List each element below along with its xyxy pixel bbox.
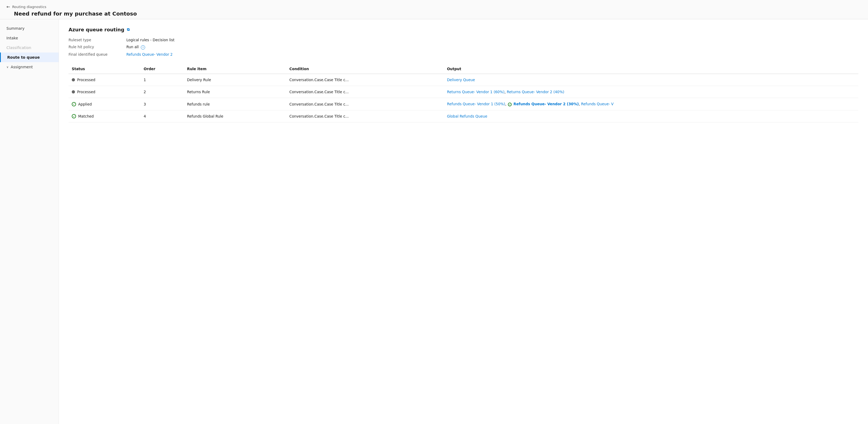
row3-rule-item: Refunds rule bbox=[184, 98, 286, 110]
ruleset-type-label: Ruleset type bbox=[68, 38, 122, 42]
row2-output: Returns Queue- Vendor 1 (60%), Returns Q… bbox=[444, 86, 858, 98]
matched-check-icon: ✓ bbox=[72, 114, 76, 118]
table-row: Processed 2 Returns Rule Conversation.Ca… bbox=[68, 86, 858, 98]
sidebar-item-route-to-queue[interactable]: Route to queue bbox=[0, 53, 59, 62]
header: ← Routing diagnostics Need refund for my… bbox=[0, 0, 868, 19]
refunds-queue-vendor1-link[interactable]: Refunds Queue- Vendor 1 (50%) bbox=[447, 102, 505, 106]
sidebar-item-classification-label: Classification bbox=[6, 46, 31, 50]
row3-status: ✓ Applied bbox=[68, 98, 141, 110]
col-order: Order bbox=[141, 64, 184, 74]
refunds-queue-vendorv-link[interactable]: Refunds Queue- V bbox=[581, 102, 614, 106]
table-row: ✓ Applied 3 Refunds rule Conversation.Ca… bbox=[68, 98, 858, 110]
applied-check-icon: ✓ bbox=[72, 102, 76, 106]
row2-status: Processed bbox=[68, 86, 141, 98]
section-title-text: Azure queue routing bbox=[68, 27, 124, 32]
row1-rule-item: Delivery Rule bbox=[184, 74, 286, 86]
sidebar: Summary Intake Classification Route to q… bbox=[0, 19, 59, 424]
row3-order: 3 bbox=[141, 98, 184, 110]
row2-order: 2 bbox=[141, 86, 184, 98]
row4-condition: Conversation.Case.Case Title c... bbox=[286, 110, 444, 122]
rules-table: Status Order Rule item Condition Output bbox=[68, 64, 858, 122]
sidebar-item-classification: Classification bbox=[0, 43, 59, 53]
refunds-check-inline-icon: ✓ bbox=[508, 102, 512, 106]
row1-order: 1 bbox=[141, 74, 184, 86]
delivery-queue-link[interactable]: Delivery Queue bbox=[447, 78, 475, 82]
rule-hit-policy-info-icon[interactable]: i bbox=[141, 45, 145, 50]
breadcrumb: ← Routing diagnostics bbox=[6, 4, 862, 9]
col-condition: Condition bbox=[286, 64, 444, 74]
row1-status: Processed bbox=[68, 74, 141, 86]
final-queue-link[interactable]: Refunds Queue- Vendor 2 bbox=[126, 52, 173, 57]
sidebar-item-summary[interactable]: Summary bbox=[0, 24, 59, 33]
back-button[interactable]: ← bbox=[6, 4, 10, 9]
row3-output: Refunds Queue- Vendor 1 (50%), ✓ Refunds… bbox=[444, 98, 858, 110]
chevron-down-icon: ∨ bbox=[6, 65, 8, 69]
processed-dot-icon bbox=[72, 78, 75, 82]
info-grid: Ruleset type Logical rules - Decision li… bbox=[68, 38, 858, 57]
rule-hit-policy-label: Rule hit policy bbox=[68, 45, 122, 50]
rule-hit-policy-value: Run all i bbox=[126, 45, 858, 50]
global-refunds-queue-link[interactable]: Global Refunds Queue bbox=[447, 114, 487, 118]
row4-output: Global Refunds Queue bbox=[444, 110, 858, 122]
final-queue-label: Final identified queue bbox=[68, 52, 122, 57]
final-queue-value: Refunds Queue- Vendor 2 bbox=[126, 52, 858, 57]
page-title: Need refund for my purchase at Contoso bbox=[14, 10, 862, 17]
processed-dot-icon-2 bbox=[72, 90, 75, 93]
row4-status: ✓ Matched bbox=[68, 110, 141, 122]
sidebar-item-intake[interactable]: Intake bbox=[0, 33, 59, 43]
row2-condition: Conversation.Case.Case Title c... bbox=[286, 86, 444, 98]
table-header-row: Status Order Rule item Condition Output bbox=[68, 64, 858, 74]
app-container: ← Routing diagnostics Need refund for my… bbox=[0, 0, 868, 424]
col-rule-item: Rule item bbox=[184, 64, 286, 74]
sidebar-item-intake-label: Intake bbox=[6, 36, 18, 40]
row3-condition: Conversation.Case.Case Title c... bbox=[286, 98, 444, 110]
content-area: Azure queue routing ⧉ Ruleset type Logic… bbox=[59, 19, 868, 424]
ruleset-type-value: Logical rules - Decision list bbox=[126, 38, 858, 42]
col-status: Status bbox=[68, 64, 141, 74]
sidebar-item-assignment[interactable]: ∨ Assignment bbox=[0, 62, 59, 72]
section-title: Azure queue routing ⧉ bbox=[68, 27, 858, 32]
sidebar-item-route-label: Route to queue bbox=[7, 55, 40, 59]
returns-queue-vendor2-link[interactable]: Returns Queue- Vendor 2 (40%) bbox=[507, 90, 564, 94]
returns-queue-vendor1-link[interactable]: Returns Queue- Vendor 1 (60%) bbox=[447, 90, 504, 94]
row2-rule-item: Returns Rule bbox=[184, 86, 286, 98]
row4-rule-item: Refunds Global Rule bbox=[184, 110, 286, 122]
sidebar-item-assignment-label: Assignment bbox=[11, 65, 33, 69]
external-link-icon[interactable]: ⧉ bbox=[127, 27, 130, 32]
row4-order: 4 bbox=[141, 110, 184, 122]
table-row: Processed 1 Delivery Rule Conversation.C… bbox=[68, 74, 858, 86]
row1-output: Delivery Queue bbox=[444, 74, 858, 86]
col-output: Output bbox=[444, 64, 858, 74]
breadcrumb-parent: Routing diagnostics bbox=[12, 5, 46, 9]
sidebar-item-summary-label: Summary bbox=[6, 26, 25, 31]
row1-condition: Conversation.Case.Case Title c... bbox=[286, 74, 444, 86]
main-layout: Summary Intake Classification Route to q… bbox=[0, 19, 868, 424]
refunds-queue-vendor2-link[interactable]: Refunds Queue- Vendor 2 (30%) bbox=[514, 102, 579, 106]
table-row: ✓ Matched 4 Refunds Global Rule Conversa… bbox=[68, 110, 858, 122]
